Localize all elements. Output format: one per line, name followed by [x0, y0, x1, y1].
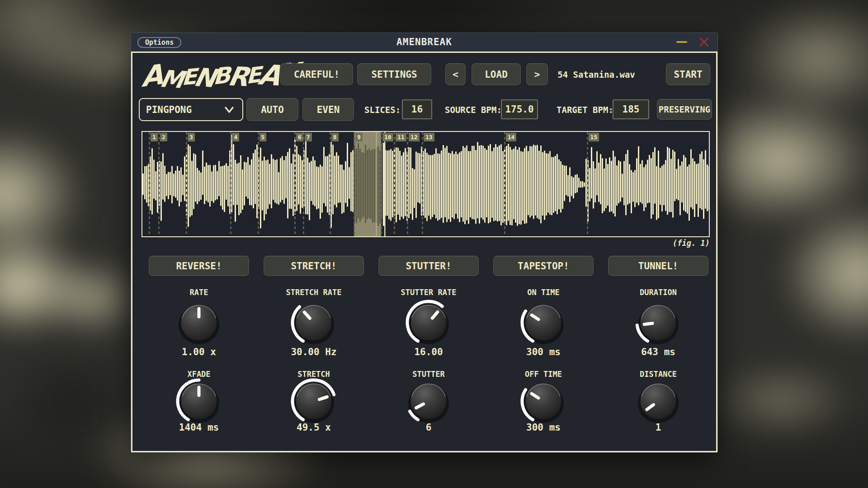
loaded-filename: 54 Satanina.wav [548, 63, 644, 85]
chevron-down-icon [222, 104, 236, 115]
window-title: AMENBREAK [131, 33, 717, 52]
even-button[interactable]: EVEN [302, 98, 354, 121]
distance-knob[interactable] [633, 376, 683, 426]
off-time-value: 300 ms [486, 422, 601, 433]
stretch-knob[interactable] [289, 376, 339, 426]
stutter-button[interactable]: STUTTER! [378, 256, 479, 276]
stretch-button[interactable]: STRETCH! [264, 256, 364, 276]
close-icon[interactable] [698, 37, 709, 47]
off-time-knob[interactable] [519, 376, 568, 426]
stretch-rate-knob[interactable] [289, 298, 339, 347]
on-time-knob[interactable] [519, 298, 568, 347]
settings-button[interactable]: SETTINGS [357, 63, 431, 85]
start-button[interactable]: START [666, 63, 710, 85]
tapestop-button[interactable]: TAPESTOP! [493, 256, 594, 276]
stutter-value: 6 [371, 422, 486, 433]
source-bpm-label: SOURCE BPM: [445, 98, 502, 121]
plugin-content: AMENBREAK CAREFUL! SETTINGS < LOAD > 54 … [131, 52, 717, 452]
xfade-value: 1404 ms [142, 422, 256, 433]
load-button[interactable]: LOAD [472, 63, 521, 85]
stutter-rate-label: STUTTER RATE [371, 288, 486, 297]
reverse-button[interactable]: REVERSE! [149, 256, 249, 276]
minimize-icon[interactable] [676, 41, 687, 43]
mode-selected-value: PINGPONG [146, 104, 192, 115]
waveform-canvas[interactable] [142, 132, 709, 236]
careful-button[interactable]: CAREFUL! [280, 63, 353, 85]
source-bpm-field[interactable]: 175.0 [501, 99, 538, 119]
slices-label: SLICES: [364, 98, 401, 121]
knob-row-2: XFADE 1404 ms STRETCH 49.5 x STUTTER 6 O… [142, 370, 716, 449]
on-time-label: ON TIME [486, 288, 601, 297]
duration-label: DURATION [601, 288, 716, 297]
next-file-button[interactable]: > [526, 63, 548, 85]
on-time-value: 300 ms [486, 347, 601, 357]
duration-value: 643 ms [601, 347, 716, 357]
stretch-rate-label: STRETCH RATE [256, 288, 371, 297]
mode-dropdown[interactable]: PINGPONG [139, 98, 243, 121]
preserving-button[interactable]: PRESERVING [657, 99, 712, 120]
rate-label: RATE [142, 288, 256, 297]
amenbreak-logo: AMENBREAK [139, 57, 279, 94]
tunnel-button[interactable]: TUNNEL! [608, 256, 708, 276]
figure-caption: (fig. 1) [673, 239, 710, 248]
xfade-knob[interactable] [174, 376, 224, 426]
titlebar[interactable]: Options AMENBREAK [131, 33, 717, 52]
knob-row-1: RATE 1.00 x STRETCH RATE 30.00 Hz STUTTE… [142, 288, 716, 367]
stutter-knob[interactable] [404, 376, 453, 426]
prev-file-button[interactable]: < [445, 63, 466, 85]
distance-value: 1 [601, 422, 716, 433]
stutter-rate-knob[interactable] [404, 298, 453, 347]
duration-knob[interactable] [633, 298, 683, 347]
rate-value: 1.00 x [142, 347, 256, 357]
auto-button[interactable]: AUTO [246, 98, 298, 121]
target-bpm-field[interactable]: 185 [613, 99, 649, 119]
slices-value-field[interactable]: 16 [402, 99, 432, 119]
target-bpm-label: TARGET BPM: [557, 98, 613, 121]
stutter-rate-value: 16.00 [371, 347, 486, 357]
stretch-rate-value: 30.00 Hz [256, 347, 371, 357]
waveform-display[interactable]: 123456789101112131415 [142, 131, 710, 237]
effects-row: REVERSE! STRETCH! STUTTER! TAPESTOP! TUN… [142, 256, 716, 276]
plugin-window: Options AMENBREAK AMENBREAK CAREFUL! SET… [131, 33, 718, 453]
stretch-value: 49.5 x [256, 422, 371, 433]
rate-knob[interactable] [174, 298, 224, 347]
